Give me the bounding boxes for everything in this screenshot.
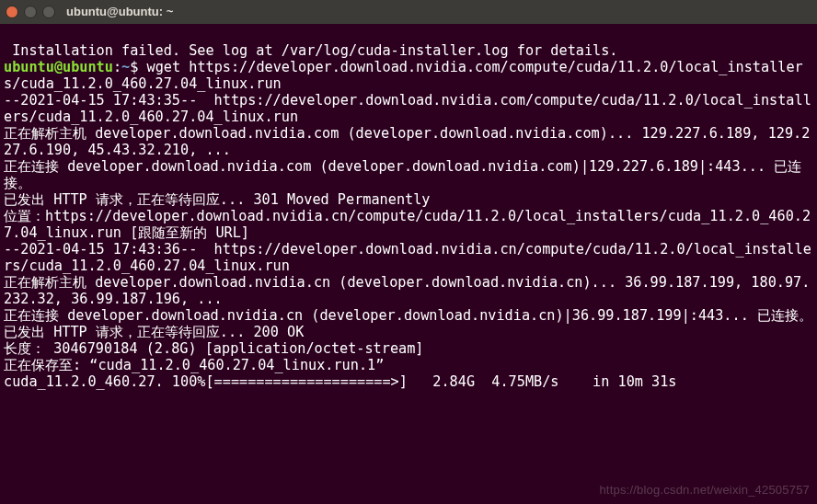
prompt-path: ~ [121,59,130,75]
output-line: 已发出 HTTP 请求，正在等待回应... 200 OK [4,324,813,340]
minimize-icon[interactable] [24,6,37,18]
prompt-host: ubuntu [63,59,113,75]
output-line: 正在连接 developer.download.nvidia.com (deve… [4,158,813,191]
close-icon[interactable] [6,6,18,18]
output-line: --2021-04-15 17:43:35-- https://develope… [4,92,813,125]
window-title: ubuntu@ubuntu: ~ [66,4,173,20]
progress-line: cuda_11.2.0_460.27. 100%[===============… [4,373,813,390]
prompt-colon: : [113,59,121,75]
maximize-icon[interactable] [42,6,55,18]
terminal-output[interactable]: Installation failed. See log at /var/log… [0,24,817,410]
output-line: --2021-04-15 17:43:36-- https://develope… [4,241,813,274]
prompt-user: ubuntu [4,59,54,75]
output-line: 已发出 HTTP 请求，正在等待回应... 301 Moved Permanen… [4,191,813,208]
output-line: 位置：https://developer.download.nvidia.cn/… [4,208,813,241]
prompt-line: ubuntu@ubuntu:~$ wget https://developer.… [4,59,813,92]
output-line: 正在连接 developer.download.nvidia.cn (devel… [4,307,813,324]
prompt-at: @ [54,59,63,75]
output-line: 正在解析主机 developer.download.nvidia.com (de… [4,125,813,158]
watermark: https://blog.csdn.net/weixin_42505757 [599,482,810,498]
prompt-symbol: $ [130,59,146,75]
output-line: 长度： 3046790184 (2.8G) [application/octet… [4,340,813,357]
output-line: Installation failed. See log at /var/log… [4,42,813,59]
titlebar: ubuntu@ubuntu: ~ [0,0,817,24]
output-line: 正在解析主机 developer.download.nvidia.cn (dev… [4,274,813,307]
output-line: 正在保存至: “cuda_11.2.0_460.27.04_linux.run.… [4,357,813,373]
